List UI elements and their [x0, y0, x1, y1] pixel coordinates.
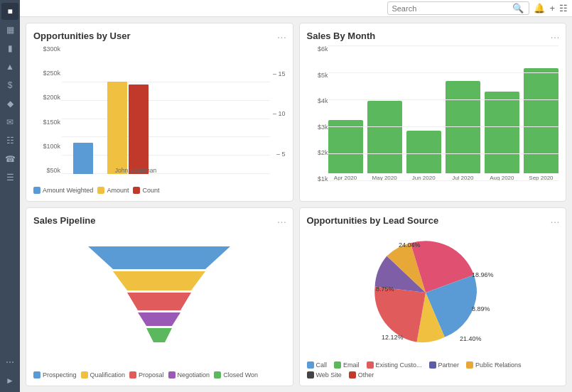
month-bar-may: May 2020 [367, 101, 402, 181]
bar-group-1 [62, 143, 104, 174]
pie-dot-existing [367, 361, 374, 369]
legend-amount: Amount [97, 187, 129, 194]
opp-by-user-title: Opportunities by User [33, 31, 286, 41]
funnel-legend-prospecting: Prospecting [33, 371, 77, 379]
sidebar: ■ ▦ ▮ ▲ $ ◆ ✉ ☷ ☎ ☰ ⋯ ► [0, 0, 20, 392]
sidebar-icon-calendar[interactable]: ☷ [1, 132, 18, 149]
pie-dot-website [307, 371, 314, 379]
sidebar-icon-phone[interactable]: ☎ [1, 151, 18, 168]
pie-legend-partner: Partner [429, 361, 460, 369]
funnel-dot-closed-won [214, 371, 221, 379]
opp-bars: John Salesman [62, 82, 270, 184]
sales-pipeline-title: Sales Pipeline [33, 215, 286, 226]
funnel-legend-qualification: Qualification [81, 371, 126, 379]
sidebar-icon-dashboard[interactable]: ▦ [1, 21, 18, 38]
pie-svg: 18.96% 8.89% 21.40% 12.12% 8.75% 24.04% [362, 234, 504, 355]
sidebar-icon-briefcase[interactable]: ◆ [1, 95, 18, 112]
opp-y-axis: $300k $250k $200k $150k $100k $50k [33, 45, 60, 184]
sales-bars: Apr 2020 May 2020 Jun 2020 Jul 2020 [328, 45, 559, 194]
user-icon[interactable]: ☷ [559, 3, 568, 13]
bar-group-2: John Salesman [107, 82, 164, 174]
funnel-legend-closed-won: Closed Won [214, 371, 258, 379]
month-bar-jul: Jul 2020 [446, 81, 480, 181]
pie-label-1896: 18.96% [472, 271, 494, 278]
opp-by-lead-title: Opportunities by Lead Source [307, 215, 559, 226]
sidebar-icon-dollar[interactable]: $ [1, 77, 18, 94]
search-icon[interactable]: 🔍 [512, 3, 524, 13]
opp-chart: $300k $250k $200k $150k $100k $50k [33, 45, 286, 194]
label-may: May 2020 [372, 175, 397, 181]
funnel-proposal [127, 293, 191, 310]
topbar: 🔍 🔔 + ☷ [20, 0, 572, 17]
label-aug: Aug 2020 [490, 175, 514, 181]
pie-legend-other: Other [349, 371, 374, 379]
opp-by-lead-menu[interactable]: … [550, 214, 560, 225]
bar-amount-2 [107, 82, 127, 174]
pie-label-2140: 21.40% [460, 335, 482, 342]
pie-dot-pr [466, 361, 473, 369]
bar-may [367, 101, 402, 173]
funnel-dot-qualification [81, 371, 88, 379]
opp-right-axis: – 15 – 10 – 5 [271, 70, 286, 184]
funnel-legend: Prospecting Qualification Proposal Negot… [33, 371, 286, 379]
opp-legend: Amount Weighted Amount Count [33, 187, 286, 194]
funnel-prospecting [88, 246, 230, 269]
sales-pipeline-card: Sales Pipeline … [26, 207, 293, 386]
dashboard: Opportunities by User … $300k $250k $200… [20, 17, 572, 392]
legend-count: Count [133, 187, 159, 194]
bar-group-2-label: John Salesman [115, 167, 157, 174]
month-bar-jun: Jun 2020 [406, 131, 441, 181]
funnel-legend-proposal: Proposal [129, 371, 164, 379]
opp-by-user-menu[interactable]: … [277, 29, 287, 40]
pie-legend-call: Call [307, 361, 328, 369]
pie-label-2404: 24.04% [399, 241, 421, 249]
sidebar-icon-collapse[interactable]: ► [1, 372, 18, 389]
bar-aug [485, 92, 519, 173]
pie-legend-email: Email [334, 361, 360, 369]
month-bar-sep: Sep 2020 [524, 68, 558, 181]
bar-amount-weighted-1 [73, 143, 93, 174]
bar-count-2 [129, 85, 149, 174]
label-sep: Sep 2020 [529, 175, 553, 181]
opp-by-lead-card: Opportunities by Lead Source … [299, 207, 567, 386]
sales-y-axis: $6k $5k $4k $3k $2k $1k [307, 45, 328, 194]
month-bar-aug: Aug 2020 [485, 92, 519, 181]
funnel-negotiation [138, 312, 180, 326]
funnel-closed-won [146, 328, 172, 342]
bar-sep [524, 68, 558, 173]
opp-by-user-card: Opportunities by User … $300k $250k $200… [26, 23, 293, 202]
sidebar-icon-tags[interactable]: ▲ [1, 58, 18, 75]
sidebar-icon-home[interactable]: ■ [1, 3, 18, 20]
search-input[interactable] [392, 4, 512, 13]
pie-legend-existing: Existing Custo... [367, 361, 422, 369]
sidebar-icon-list[interactable]: ☰ [1, 169, 18, 186]
search-wrapper[interactable]: 🔍 [387, 1, 529, 15]
sales-pipeline-menu[interactable]: … [277, 214, 287, 225]
sales-by-month-card: Sales By Month … $6k $5k $4k $3k $2k $1k [299, 23, 567, 202]
plus-icon[interactable]: + [549, 3, 555, 13]
month-bar-apr: Apr 2020 [328, 120, 363, 181]
label-apr: Apr 2020 [334, 175, 357, 181]
label-jul: Jul 2020 [452, 175, 473, 181]
sales-by-month-menu[interactable]: … [550, 29, 560, 40]
bar-apr [328, 120, 363, 173]
main-content: 🔍 🔔 + ☷ Opportunities by User … $300k $2… [20, 0, 572, 392]
bell-icon[interactable]: 🔔 [534, 3, 545, 13]
funnel-svg [81, 239, 237, 360]
funnel-dot-proposal [129, 371, 136, 379]
sales-by-month-title: Sales By Month [307, 31, 559, 41]
pie-legend-pr: Public Relations [466, 361, 522, 369]
funnel-dot-prospecting [33, 371, 41, 379]
legend-dot-amount [97, 187, 104, 194]
pie-label-1212: 12.12% [382, 334, 404, 341]
funnel-dot-negotiation [168, 371, 176, 379]
pie-dot-call [307, 361, 314, 369]
funnel-qualification [113, 271, 205, 290]
opp-chart-area: $300k $250k $200k $150k $100k $50k [33, 45, 286, 184]
pie-label-875: 8.75% [376, 285, 394, 293]
legend-dot-count [133, 187, 140, 194]
sidebar-icon-accounts[interactable]: ▮ [1, 40, 18, 57]
sidebar-icon-mail[interactable]: ✉ [1, 114, 18, 131]
pie-label-889: 8.89% [472, 305, 490, 312]
sidebar-icon-more[interactable]: ⋯ [1, 354, 18, 371]
